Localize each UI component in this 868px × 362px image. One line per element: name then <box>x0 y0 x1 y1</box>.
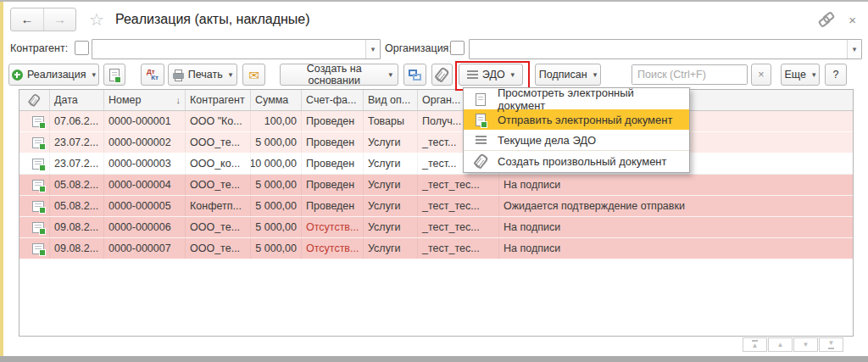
favorite-star-icon[interactable]: ☆ <box>89 11 104 28</box>
header-date[interactable]: Дата <box>50 90 104 110</box>
related-documents-icon <box>409 70 421 81</box>
header-organization-label: Орган... <box>422 94 460 106</box>
go-first-button[interactable]: ▲ <box>743 337 767 352</box>
chevron-down-icon: ▾ <box>92 70 97 79</box>
header-amount[interactable]: Сумма <box>251 90 302 110</box>
cell-organization: _тест_тес... <box>418 175 499 195</box>
clear-icon: × <box>758 69 764 81</box>
menu-item-create-arbitrary-document[interactable]: Создать произвольный документ <box>464 151 689 171</box>
table-row[interactable]: 23.07.2... 0000-000002 ООО_те... 5 000,0… <box>19 132 853 153</box>
close-icon[interactable]: × <box>849 13 856 27</box>
organization-input[interactable] <box>470 40 847 58</box>
send-email-button[interactable]: ✉ <box>242 64 265 86</box>
envelope-icon: ✉ <box>248 69 259 81</box>
paperclip-icon <box>28 93 42 107</box>
print-button[interactable]: Печать ▾ <box>168 64 237 86</box>
posted-document-icon <box>32 222 44 233</box>
search-input[interactable] <box>632 65 747 84</box>
menu-item-view-electronic-document[interactable]: Просмотреть электронный документ <box>464 89 689 109</box>
cell-invoice: Проведен <box>302 196 364 216</box>
chevron-down-icon: ▾ <box>853 45 857 53</box>
cell-date: 09.08.2... <box>50 217 104 237</box>
help-label: ? <box>833 69 839 81</box>
page-title: Реализация (акты, накладные) <box>115 12 310 27</box>
cell-edo-status: На подписи <box>499 217 853 237</box>
create-realization-button[interactable]: Реализация ▾ <box>8 64 99 86</box>
organization-dropdown-button[interactable]: ▾ <box>847 40 861 58</box>
stack-icon <box>476 136 487 144</box>
cell-organization: _тест_тес... <box>418 238 499 259</box>
header-operation[interactable]: Вид оп... <box>364 90 418 110</box>
header-counterparty[interactable]: Контрагент <box>186 90 251 110</box>
header-invoice-label: Счет-фа... <box>306 94 356 106</box>
cell-amount: 5 000,00 <box>251 132 302 153</box>
posted-document-icon <box>32 243 44 254</box>
cell-operation: Услуги <box>364 238 418 259</box>
cell-counterparty: ООО_ко... <box>186 153 251 174</box>
table-pager: ▲ ▲ ▼ ▼ <box>742 337 843 352</box>
header-invoice[interactable]: Счет-фа... <box>302 90 364 110</box>
kt-label: Кт <box>151 74 159 81</box>
table-row[interactable]: 05.08.2... 0000-000004 ООО_те... 5 000,0… <box>19 175 853 196</box>
table-row[interactable]: 05.08.2... 0000-000005 Конфетп... 5 000,… <box>19 196 853 217</box>
table-row[interactable]: 23.07.2... 0000-000003 ООО_ко... 10 000,… <box>19 153 853 175</box>
more-label: Еще <box>785 69 806 81</box>
cell-edo-status: Ожидается подтверждение отправки <box>499 196 853 216</box>
posted-document-icon <box>32 180 44 191</box>
organization-checkbox[interactable] <box>450 41 465 55</box>
cell-number: 0000-000006 <box>104 217 186 237</box>
copy-document-icon <box>109 69 120 81</box>
show-postings-button[interactable]: ДтКт <box>141 64 164 86</box>
table-row[interactable]: 09.08.2... 0000-000006 ООО_те... 5 000,0… <box>19 217 853 238</box>
clear-search-button[interactable]: × <box>751 64 771 86</box>
cell-invoice: Проведен <box>302 132 364 153</box>
menu-item-send-electronic-document[interactable]: Отправить электронный документ <box>464 109 689 130</box>
scroll-down-button[interactable]: ▼ <box>793 337 818 352</box>
header-number-label: Номер <box>108 94 141 106</box>
scroll-up-button[interactable]: ▲ <box>768 337 793 352</box>
go-last-button[interactable]: ▼ <box>819 337 843 352</box>
help-button[interactable]: ? <box>825 64 847 86</box>
posted-document-icon <box>32 201 44 212</box>
go-last-icon: ▼ <box>828 340 835 349</box>
header-attachments[interactable] <box>19 90 50 110</box>
cell-number: 0000-000003 <box>104 153 186 174</box>
cell-counterparty: ООО_те... <box>186 132 251 153</box>
signed-filter-button[interactable]: Подписан ▾ <box>535 64 601 86</box>
counterparty-checkbox[interactable] <box>75 41 89 55</box>
cell-number: 0000-000002 <box>104 132 186 153</box>
cell-number: 0000-000004 <box>104 175 186 195</box>
table-row[interactable]: 09.08.2... 0000-000007 ООО_те... 5 000,0… <box>19 238 853 259</box>
cell-attachments <box>19 111 50 131</box>
cell-counterparty: ООО "Ко... <box>186 111 251 131</box>
cell-organization: _тест_тес... <box>418 196 499 216</box>
related-documents-button[interactable] <box>403 64 426 86</box>
go-first-icon: ▲ <box>752 340 759 349</box>
history-nav-group: ← → <box>10 8 76 31</box>
send-document-icon <box>476 114 486 126</box>
more-button[interactable]: Еще ▾ <box>781 64 820 86</box>
dt-kt-icon: ДтКт <box>147 68 159 81</box>
edo-button[interactable]: ЭДО ▾ <box>459 64 523 86</box>
header-number[interactable]: Номер↓ <box>104 90 186 110</box>
table-row[interactable]: 07.06.2... 0000-000001 ООО "Ко... 100,00… <box>19 111 853 132</box>
cell-amount: 100,00 <box>251 111 302 131</box>
menu-item-current-edo-tasks[interactable]: Текущие дела ЭДО <box>464 130 689 150</box>
scroll-up-icon: ▲ <box>777 342 784 348</box>
scroll-down-icon: ▼ <box>803 342 810 348</box>
get-link-icon[interactable] <box>819 13 835 26</box>
window-top-edge <box>0 0 868 2</box>
create-based-on-button[interactable]: Создать на основании ▾ <box>280 64 398 86</box>
back-button[interactable]: ← <box>11 8 43 31</box>
cell-invoice: Проведен <box>302 111 364 131</box>
cell-number: 0000-000001 <box>104 111 186 131</box>
cell-date: 23.07.2... <box>50 153 104 174</box>
attachments-button[interactable] <box>431 64 453 86</box>
forward-button[interactable]: → <box>43 8 75 31</box>
titlebar: ← → ☆ Реализация (акты, накладные) × <box>10 7 861 32</box>
header-counterparty-label: Контрагент <box>190 94 245 106</box>
cell-counterparty: Конфетп... <box>186 196 251 216</box>
counterparty-dropdown-button[interactable]: ▾ <box>365 40 380 58</box>
counterparty-input[interactable] <box>92 40 365 58</box>
copy-document-button[interactable] <box>103 64 125 86</box>
